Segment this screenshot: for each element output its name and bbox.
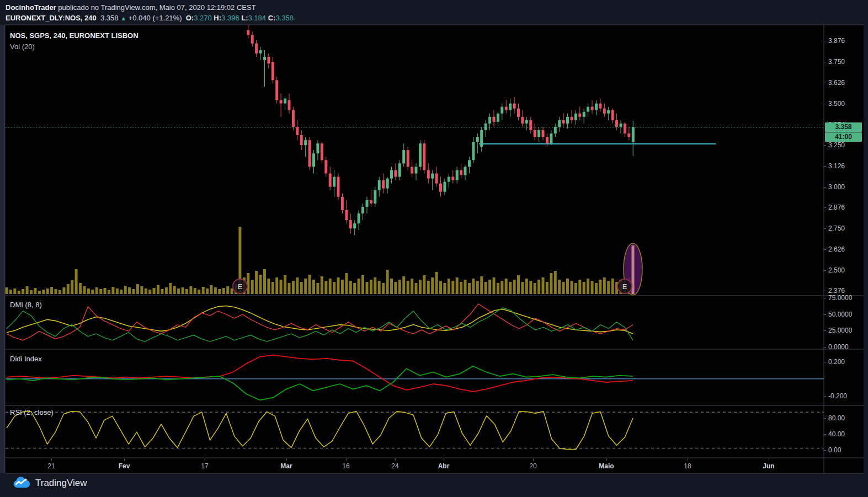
tradingview-cloud-icon: [12, 477, 31, 490]
didi-pane-label: Didi Index: [10, 355, 42, 363]
dmi-pane-label: DMI (8, 8): [10, 301, 42, 309]
axis-tick: [824, 434, 826, 435]
chart-legend-title: NOS, SGPS, 240, EURONEXT LISBON: [10, 31, 139, 40]
axis-tick: [824, 166, 826, 167]
axis-tick-label: 40.00: [828, 430, 845, 438]
axis-tick-label: 50.0000: [828, 311, 852, 318]
axis-tick-label: 3.126: [828, 162, 845, 170]
time-axis-label: 18: [684, 462, 691, 470]
chart-canvas: EE: [0, 0, 868, 497]
axis-tick-label: 3.500: [828, 100, 845, 108]
axis-tick-label: 3.750: [828, 58, 845, 66]
time-axis-label: 17: [201, 462, 208, 470]
time-axis-tick: [286, 458, 287, 461]
axis-tick: [824, 207, 826, 208]
axis-tick-label: 2.500: [828, 266, 845, 274]
axis-tick: [824, 314, 826, 315]
time-axis-label: Abr: [438, 462, 450, 470]
axis-tick: [824, 418, 826, 419]
axis-tick-label: 2.876: [828, 204, 845, 211]
time-axis-tick: [395, 458, 396, 461]
axis-tick: [824, 145, 826, 146]
axis-tick-label: 0.0000: [828, 343, 849, 351]
time-axis-label: 20: [529, 462, 536, 470]
axis-tick-label: 75.0000: [828, 294, 852, 302]
axis-tick: [824, 104, 826, 104]
last-price-badge: 3.358: [825, 122, 862, 132]
time-axis-label: 21: [47, 462, 55, 470]
time-axis-label: 16: [342, 462, 349, 470]
pane-left-gutter: [0, 25, 5, 473]
axis-tick: [824, 249, 826, 250]
axis-tick-label: -0.200: [828, 392, 847, 400]
svg-text:E: E: [238, 282, 243, 291]
time-axis-label: Maio: [599, 462, 614, 470]
time-axis-tick: [688, 458, 688, 461]
time-axis-label: Jun: [763, 462, 774, 470]
axis-tick: [824, 347, 826, 348]
time-axis-tick: [51, 458, 52, 461]
axis-tick: [824, 270, 826, 271]
axis-tick: [824, 362, 826, 362]
axis-tick-label: 2.376: [828, 287, 845, 295]
time-axis-tick: [124, 458, 125, 461]
axis-tick: [824, 41, 826, 41]
axis-tick-label: 0.00: [828, 446, 841, 454]
axis-tick: [824, 187, 826, 188]
axis-tick-label: 3.250: [828, 141, 845, 149]
axis-tick: [824, 396, 826, 397]
time-axis-label: 24: [391, 462, 398, 470]
axis-tick-label: 25.0000: [828, 327, 852, 334]
axis-tick-label: 0.200: [828, 358, 845, 366]
earnings-marker: E: [617, 279, 632, 293]
time-axis-tick: [346, 458, 347, 461]
axis-tick: [824, 83, 826, 83]
volume-indicator-label: Vol (20): [10, 42, 35, 51]
bar-countdown-badge: 41:00: [825, 132, 862, 142]
svg-text:E: E: [622, 282, 627, 291]
axis-tick: [824, 330, 826, 331]
axis-tick-label: 3.000: [828, 183, 845, 191]
axis-tick-label: 2.626: [828, 245, 845, 253]
time-axis-tick: [444, 458, 444, 461]
rsi-pane-label: RSI (2, close): [10, 408, 54, 416]
axis-tick: [824, 62, 826, 62]
time-axis-tick: [533, 458, 534, 461]
time-axis-tick: [606, 458, 607, 461]
axis-tick-label: 80.00: [828, 414, 845, 422]
tradingview-brand-text: TradingView: [35, 478, 87, 489]
tradingview-snapshot: DocinhoTrader publicado no TradingView.c…: [0, 0, 868, 497]
chart-background: [6, 25, 864, 473]
axis-tick-label: 3.876: [828, 37, 845, 45]
time-axis-tick: [769, 458, 769, 461]
tradingview-logo[interactable]: TradingView: [12, 477, 87, 490]
axis-tick-label: 2.750: [828, 225, 845, 232]
axis-tick: [824, 450, 826, 451]
axis-tick: [824, 291, 826, 291]
axis-tick: [824, 298, 826, 298]
time-axis-tick: [205, 458, 205, 461]
time-axis-label: Fev: [119, 462, 130, 470]
axis-tick: [824, 228, 826, 229]
axis-tick-label: 3.626: [828, 79, 845, 87]
earnings-marker: E: [233, 279, 247, 293]
time-axis-label: Mar: [280, 462, 292, 470]
